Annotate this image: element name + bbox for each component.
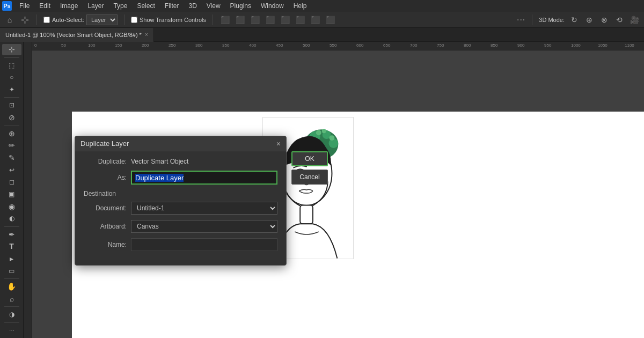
separator2 (124, 14, 125, 25)
history-brush-button[interactable]: ↩ (2, 164, 21, 175)
zoom-tool-button[interactable]: ⌕ (2, 293, 21, 304)
healing-brush-button[interactable]: ⊕ (2, 128, 21, 139)
duplicate-layer-dialog: Duplicate Layer × OK Cancel Duplicate: V… (75, 136, 287, 266)
dialog-close-button[interactable]: × (276, 140, 281, 148)
show-transform-checkbox[interactable]: Show Transform Controls (131, 17, 206, 23)
move-tool-icon[interactable]: ⊹ (19, 14, 30, 25)
destination-section: Destination (84, 190, 277, 197)
gradient-button[interactable]: ▣ (2, 189, 21, 200)
menu-bar: Ps File Edit Image Layer Type Select Fil… (0, 0, 644, 12)
svg-point-9 (330, 135, 335, 141)
3d-mode-label: 3D Mode: (539, 17, 565, 23)
dialog-buttons: OK Cancel (291, 151, 328, 185)
3d-icon1[interactable]: ↻ (569, 14, 580, 25)
menu-image[interactable]: Image (56, 1, 82, 11)
ruler-horizontal: /* rulers rendered below */ 0 50 100 150… (24, 42, 644, 50)
path-selection-button[interactable]: ▸ (2, 253, 21, 264)
document-select[interactable]: Untitled-1 (131, 202, 277, 215)
3d-icon3[interactable]: ⊗ (599, 14, 610, 25)
3d-icon2[interactable]: ⊕ (584, 14, 595, 25)
name-label: Name: (84, 241, 127, 248)
dodge-button[interactable]: ◐ (2, 213, 21, 224)
document-row: Document: Untitled-1 (84, 202, 277, 215)
left-toolbar: ⊹ ⬚ ○ ✦ ⊡ ⊘ ⊕ ✏ ✎ ↩ ◻ ▣ ◉ ◐ ✒ T ▸ ▭ ✋ ⌕ … (0, 42, 24, 338)
type-tool-button[interactable]: T (2, 241, 21, 252)
auto-select-label: Auto-Select: (52, 17, 84, 23)
artboard-select[interactable]: Canvas (131, 220, 277, 233)
shape-tool-button[interactable]: ▭ (2, 265, 21, 276)
separator (36, 14, 37, 25)
home-icon[interactable]: ⌂ (4, 14, 15, 25)
name-row: Name: (84, 238, 277, 251)
more-options[interactable]: ··· (517, 15, 525, 25)
menu-filter[interactable]: Filter (160, 1, 184, 11)
distribute-icon1[interactable]: ⬛ (310, 14, 320, 25)
menu-file[interactable]: File (15, 1, 34, 11)
menu-help[interactable]: Help (289, 1, 311, 11)
eyedropper-button[interactable]: ⊘ (2, 112, 21, 123)
auto-select-dropdown[interactable]: Layer (86, 14, 118, 25)
align-middle-icon[interactable]: ⬛ (280, 14, 290, 25)
distribute-icon2[interactable]: ⬛ (325, 14, 335, 25)
hand-tool-button[interactable]: ✋ (2, 281, 21, 292)
tool-sep2 (4, 97, 19, 98)
duplicate-row: Duplicate: Vector Smart Object (84, 158, 277, 165)
menu-layer[interactable]: Layer (83, 1, 108, 11)
auto-select-checkbox[interactable]: Auto-Select: Layer (43, 14, 118, 25)
menu-select[interactable]: Select (133, 1, 159, 11)
align-right-icon[interactable]: ⬛ (250, 14, 260, 25)
cancel-button[interactable]: Cancel (291, 170, 328, 185)
as-label: As: (84, 174, 127, 181)
main-area: ⊹ ⬚ ○ ✦ ⊡ ⊘ ⊕ ✏ ✎ ↩ ◻ ▣ ◉ ◐ ✒ T ▸ ▭ ✋ ⌕ … (0, 42, 644, 338)
tool-sep3 (4, 126, 19, 126)
menu-window[interactable]: Window (257, 1, 288, 11)
blur-button[interactable]: ◉ (2, 201, 21, 212)
auto-select-check[interactable] (43, 17, 50, 23)
ruler-vertical (24, 42, 32, 338)
menu-3d[interactable]: 3D (184, 1, 201, 11)
brush-tool-button[interactable]: ✏ (2, 140, 21, 151)
ok-button[interactable]: OK (291, 151, 328, 166)
move-tool-button[interactable]: ⊹ (2, 44, 21, 55)
tab-title: Untitled-1 @ 100% (Vector Smart Object, … (5, 32, 142, 38)
duplicate-value: Vector Smart Object (131, 158, 188, 165)
3d-icon5[interactable]: 🎥 (629, 14, 640, 25)
menu-edit[interactable]: Edit (35, 1, 55, 11)
show-transform-check[interactable] (131, 17, 137, 23)
3d-icon4[interactable]: ⟲ (614, 14, 625, 25)
eraser-button[interactable]: ◻ (2, 177, 21, 188)
align-center-icon[interactable]: ⬛ (235, 14, 245, 25)
magic-wand-button[interactable]: ✦ (2, 84, 21, 95)
lasso-tool-button[interactable]: ○ (2, 72, 21, 83)
align-left-icon[interactable]: ⬛ (219, 14, 230, 25)
svg-point-8 (322, 129, 326, 133)
foreground-bg-button[interactable]: ◑ (2, 309, 21, 320)
svg-point-6 (316, 130, 321, 135)
tab-bar: Untitled-1 @ 100% (Vector Smart Object, … (0, 28, 644, 42)
marquee-tool-button[interactable]: ⬚ (2, 60, 21, 71)
duplicate-label: Duplicate: (84, 158, 127, 165)
document-label: Document: (84, 204, 127, 212)
options-bar: ⌂ ⊹ Auto-Select: Layer Show Transform Co… (0, 12, 644, 28)
document-tab[interactable]: Untitled-1 @ 100% (Vector Smart Object, … (0, 28, 154, 42)
align-top-icon[interactable]: ⬛ (265, 14, 275, 25)
tool-sep7 (4, 322, 19, 323)
crop-tool-button[interactable]: ⊡ (2, 100, 21, 111)
align-bottom-icon[interactable]: ⬛ (295, 14, 305, 25)
dialog-title: Duplicate Layer (80, 139, 129, 148)
clone-stamp-button[interactable]: ✎ (2, 152, 21, 164)
app-logo: Ps (2, 1, 12, 11)
menu-type[interactable]: Type (109, 1, 131, 11)
tool-sep1 (4, 57, 19, 58)
dialog-title-bar: Duplicate Layer × (75, 136, 286, 151)
as-input[interactable] (131, 171, 277, 185)
menu-view[interactable]: View (202, 1, 225, 11)
dialog-body: OK Cancel Duplicate: Vector Smart Object… (75, 151, 286, 265)
artboard-label: Artboard: (84, 223, 127, 230)
tab-close-button[interactable]: × (145, 32, 148, 38)
as-row: As: (84, 171, 277, 185)
menu-plugins[interactable]: Plugins (226, 1, 255, 11)
pen-tool-button[interactable]: ✒ (2, 229, 21, 240)
extra-tools-button[interactable]: ⋯ (2, 325, 21, 336)
name-input[interactable] (131, 238, 277, 251)
